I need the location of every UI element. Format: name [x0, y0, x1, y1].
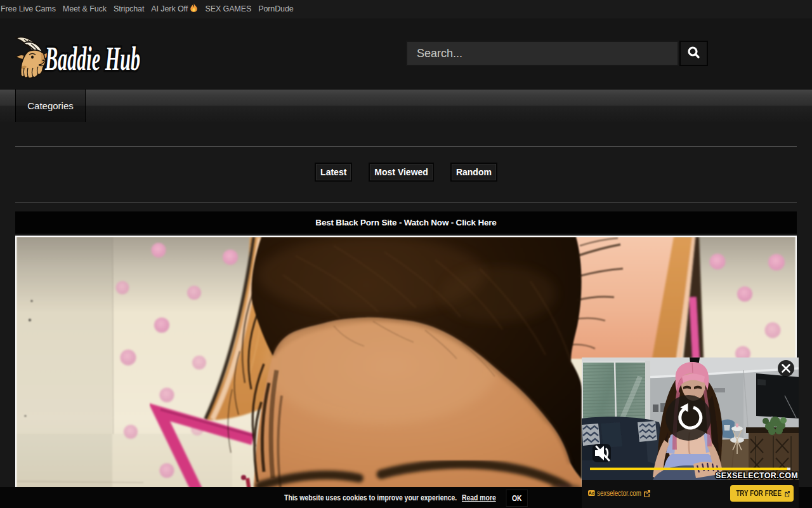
svg-text:Baddie Hub: Baddie Hub [44, 41, 140, 77]
svg-text:SEXSELECTOR.COM: SEXSELECTOR.COM [716, 471, 798, 480]
